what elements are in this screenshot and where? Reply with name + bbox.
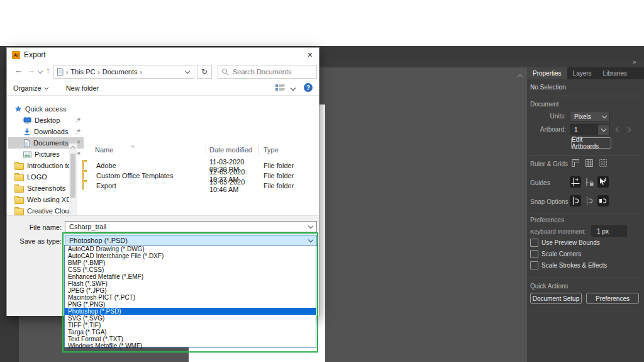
keyboard-increment-input[interactable]: 1 px bbox=[591, 225, 627, 237]
screenshot-root: Essentials Search Adobe Stock – × » ··· … bbox=[0, 0, 644, 362]
tab-libraries[interactable]: Libraries bbox=[597, 67, 633, 79]
chevron-down-icon bbox=[44, 85, 48, 89]
forward-button[interactable]: → bbox=[27, 65, 35, 75]
checkbox-scale-corners[interactable] bbox=[530, 250, 538, 258]
save-as-type-value: Photoshop (*.PSD) bbox=[65, 237, 309, 244]
dialog-content: Quick accessDesktopDownloadsDocumentsPic… bbox=[7, 96, 319, 215]
keyboard-increment-label: Keyboard Increment: bbox=[530, 228, 586, 235]
grid-icon[interactable] bbox=[584, 157, 595, 169]
lock-guides-icon[interactable] bbox=[584, 176, 595, 188]
format-option[interactable]: BMP (*.BMP) bbox=[65, 259, 316, 266]
format-option[interactable]: Macintosh PICT (*.PCT) bbox=[65, 294, 316, 301]
organize-label: Organize bbox=[13, 84, 42, 92]
prev-artboard-icon[interactable] bbox=[616, 127, 621, 132]
corner-ruler-icon[interactable] bbox=[570, 157, 581, 169]
column-header-date[interactable]: Date modified bbox=[206, 146, 258, 154]
sidebar-item-creative-cloud-fil[interactable]: Creative Cloud Fil bbox=[8, 205, 75, 215]
tab-layers[interactable]: Layers bbox=[567, 67, 597, 79]
scrollbar-thumb[interactable] bbox=[70, 154, 75, 198]
sidebar-item-label: Web using XD bbox=[27, 196, 71, 203]
checkbox-label: Scale Strokes & Effects bbox=[541, 262, 607, 269]
organize-menu[interactable]: Organize bbox=[13, 84, 48, 92]
sidebar-item-web-using-xd[interactable]: Web using XD bbox=[8, 194, 75, 205]
breadcrumb[interactable]: ›This PC›Documents› bbox=[64, 68, 145, 76]
pictures-icon bbox=[23, 151, 31, 158]
column-header-name[interactable]: Name bbox=[77, 146, 206, 154]
format-option[interactable]: AutoCAD Interchange File (*.DXF) bbox=[65, 252, 316, 259]
view-options-icon[interactable] bbox=[275, 84, 286, 92]
format-option[interactable]: CSS (*.CSS) bbox=[65, 266, 316, 273]
breadcrumb-separator-icon: › bbox=[97, 69, 99, 76]
canvas-scroll-up-icon[interactable] bbox=[518, 74, 523, 79]
sidebar-item-quick-access[interactable]: Quick access bbox=[8, 103, 75, 115]
sidebar-item-logo[interactable]: LOGO bbox=[8, 171, 75, 183]
transparency-grid-icon[interactable] bbox=[597, 157, 609, 169]
column-header-type[interactable]: Type bbox=[258, 146, 318, 154]
section-label: Guides bbox=[530, 179, 550, 186]
format-option[interactable]: Enhanced Metafile (*.EMF) bbox=[65, 273, 316, 280]
format-option[interactable]: AutoCAD Drawing (*.DWG) bbox=[65, 246, 316, 252]
preferences-button[interactable]: Preferences bbox=[586, 293, 639, 304]
smart-guides-icon[interactable] bbox=[597, 176, 609, 188]
sidebar-item-downloads[interactable]: Downloads bbox=[8, 126, 84, 137]
format-option[interactable]: Text Format (*.TXT) bbox=[65, 336, 316, 342]
snap-to-glyph-icon[interactable] bbox=[584, 195, 595, 206]
address-dropdown-icon[interactable] bbox=[185, 69, 190, 74]
document-setup-button[interactable]: Document Setup bbox=[530, 293, 582, 304]
quick-actions-heading: Quick Actions bbox=[530, 283, 569, 290]
document-heading: Document bbox=[530, 101, 559, 108]
format-option[interactable]: PNG (*.PNG) bbox=[65, 301, 316, 308]
units-dropdown[interactable]: Pixels bbox=[570, 111, 610, 122]
table-row[interactable]: Custom Office Templates12-03-2020 10:37 … bbox=[77, 168, 318, 178]
back-button[interactable]: ← bbox=[14, 65, 23, 75]
artboard-dropdown-button[interactable] bbox=[597, 124, 610, 135]
format-option[interactable]: SVG (*.SVG) bbox=[65, 315, 316, 322]
sidebar-item-label: Desktop bbox=[35, 116, 60, 124]
format-option[interactable]: TIFF (*.TIF) bbox=[65, 322, 316, 329]
panel-tab-strip: PropertiesLayersLibraries bbox=[527, 67, 644, 79]
checkbox-scale-strokes-effects[interactable] bbox=[530, 261, 538, 269]
close-icon[interactable]: × bbox=[308, 50, 313, 60]
format-option[interactable]: Flash (*.SWF) bbox=[65, 280, 316, 287]
format-option[interactable]: Windows Metafile (*.WMF) bbox=[65, 342, 316, 349]
sort-ascending-icon bbox=[131, 145, 135, 149]
help-icon[interactable]: ? bbox=[304, 83, 313, 92]
snap-to-pixel-icon[interactable] bbox=[597, 195, 609, 206]
refresh-button[interactable]: ↻ bbox=[197, 65, 212, 79]
file-search-input[interactable]: Search Documents bbox=[218, 65, 317, 79]
artboard-label: Artboard: bbox=[527, 126, 566, 133]
star-icon bbox=[14, 105, 22, 113]
tab-properties[interactable]: Properties bbox=[527, 67, 567, 79]
sidebar-item-introduction-to-i[interactable]: Introduction to i bbox=[8, 160, 75, 171]
breadcrumb-segment[interactable]: This PC bbox=[70, 68, 95, 76]
edit-artboards-button[interactable]: Edit Artboards bbox=[571, 137, 611, 149]
section-label: Ruler & Grids bbox=[530, 161, 568, 167]
dialog-titlebar: Ai Export × bbox=[7, 48, 319, 62]
checkbox-use-preview-bounds[interactable] bbox=[530, 239, 538, 247]
column-headers: Name Date modified Type bbox=[77, 144, 318, 156]
address-bar[interactable]: ›This PC›Documents› bbox=[53, 65, 194, 79]
divider bbox=[530, 155, 641, 156]
panel-overflow-icon[interactable]: » bbox=[633, 59, 636, 65]
next-artboard-icon[interactable] bbox=[626, 127, 631, 132]
recent-locations-icon[interactable] bbox=[38, 69, 43, 74]
format-option[interactable]: Targa (*.TGA) bbox=[65, 329, 316, 336]
scroll-up-icon[interactable] bbox=[70, 146, 75, 151]
new-folder-button[interactable]: New folder bbox=[66, 84, 99, 92]
table-row[interactable]: Adobe11-03-2020 09:30 PMFile folder bbox=[77, 158, 318, 168]
pin-icon bbox=[75, 117, 81, 123]
table-row[interactable]: Export13-03-2020 10:46 AMFile folder bbox=[77, 178, 318, 188]
sidebar-item-label: Pictures bbox=[35, 150, 60, 158]
snap-to-grid-icon[interactable] bbox=[570, 195, 581, 206]
filename-input[interactable]: Csharp_trail bbox=[65, 221, 317, 232]
sidebar-scrollbar[interactable] bbox=[69, 144, 77, 215]
guides-icon[interactable] bbox=[570, 176, 581, 188]
view-options-dropdown-icon[interactable] bbox=[291, 86, 296, 91]
artboard-value-field[interactable]: 1 bbox=[570, 124, 599, 135]
up-button[interactable]: ↑ bbox=[46, 65, 50, 75]
format-option[interactable]: JPEG (*.JPG) bbox=[65, 287, 316, 294]
breadcrumb-segment[interactable]: Documents bbox=[103, 68, 138, 76]
sidebar-item-desktop[interactable]: Desktop bbox=[8, 115, 84, 126]
format-option[interactable]: Photoshop (*.PSD) bbox=[65, 308, 316, 315]
sidebar-item-screenshots[interactable]: Screenshots bbox=[8, 183, 75, 194]
